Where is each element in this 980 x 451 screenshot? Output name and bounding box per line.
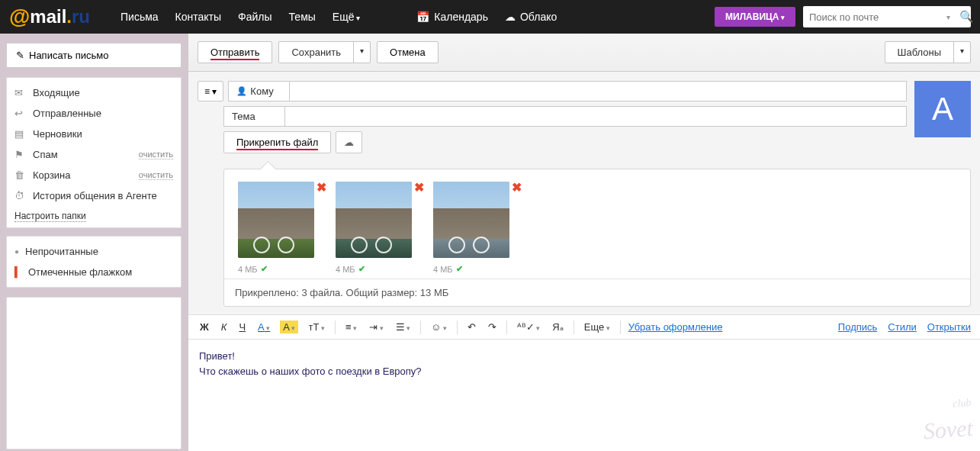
attachments-summary: Прикреплено: 3 файла. Общий размер: 13 М… xyxy=(224,279,970,306)
search-box: ▾ 🔍 xyxy=(803,6,971,27)
attachment-item: ✖ 4 МБ✔ xyxy=(433,182,509,274)
body-line: Привет! xyxy=(199,349,969,364)
editor-toolbar: Ж К Ч А А тТ ≡ ⇥ ☰ ☺ ↶ ↷ ᴬᴮ✓ Яₐ Еще Убра… xyxy=(188,314,980,340)
remove-attachment-icon[interactable]: ✖ xyxy=(316,180,326,195)
check-icon: ✔ xyxy=(358,264,365,274)
signature-link[interactable]: Подпись xyxy=(838,321,877,333)
person-icon: 👤 xyxy=(236,86,247,96)
nav-more[interactable]: Ещё xyxy=(333,11,360,23)
subject-label: Тема xyxy=(223,106,284,127)
text-color-button[interactable]: А xyxy=(255,320,272,334)
sent-icon: ↩ xyxy=(14,108,27,119)
attachment-size: 4 МБ xyxy=(433,265,453,274)
body-line: Что скажешь о наших фото с поездки в Евр… xyxy=(199,364,969,379)
spam-icon: ⚑ xyxy=(14,149,27,160)
subject-input[interactable] xyxy=(284,106,907,127)
indent-button[interactable]: ⇥ xyxy=(367,320,386,334)
attachment-size: 4 МБ xyxy=(238,265,258,274)
remove-formatting-link[interactable]: Убрать оформление xyxy=(628,321,723,333)
editor-body[interactable]: Привет! Что скажешь о наших фото с поезд… xyxy=(188,340,980,451)
folder-sent[interactable]: ↩Отправленные xyxy=(7,103,181,124)
to-label-button[interactable]: 👤Кому xyxy=(228,81,289,101)
filter-unread[interactable]: Непрочитанные xyxy=(7,241,181,262)
emoji-button[interactable]: ☺ xyxy=(429,320,449,334)
nav-contacts[interactable]: Контакты xyxy=(175,11,221,23)
cancel-button[interactable]: Отмена xyxy=(377,41,439,63)
attachment-item: ✖ 4 МБ✔ xyxy=(336,182,412,274)
attachment-thumbnail[interactable] xyxy=(238,182,314,258)
highlight-button[interactable]: А xyxy=(280,321,298,333)
nav-mail[interactable]: Письма xyxy=(120,11,159,23)
user-menu[interactable]: МИЛАВИЦА xyxy=(715,7,795,27)
nav-files[interactable]: Файлы xyxy=(238,11,272,23)
compose-button[interactable]: ✎Написать письмо xyxy=(6,43,182,68)
calendar-icon: 📅 xyxy=(416,11,429,23)
folder-inbox[interactable]: ✉Входящие xyxy=(7,82,181,103)
check-icon: ✔ xyxy=(456,264,463,274)
nav-calendar[interactable]: 📅Календарь xyxy=(416,11,488,23)
attachment-size: 4 МБ xyxy=(336,265,355,274)
search-icon[interactable]: 🔍 xyxy=(953,10,980,24)
undo-button[interactable]: ↶ xyxy=(465,320,478,334)
app-header: @mail.ru Письма Контакты Файлы Темы Ещё … xyxy=(0,0,980,34)
folder-trash[interactable]: 🗑Корзинаочистить xyxy=(7,165,181,185)
attachments-panel: ✖ 4 МБ✔ ✖ 4 МБ✔ ✖ 4 МБ✔ Прикреплено: 3 ф… xyxy=(223,169,971,307)
save-button[interactable]: Сохранить▾ xyxy=(278,41,371,63)
filter-flagged[interactable]: Отмеченные флажком xyxy=(7,262,181,282)
list-button[interactable]: ☰ xyxy=(394,320,413,334)
remove-attachment-icon[interactable]: ✖ xyxy=(414,180,424,195)
folder-drafts[interactable]: ▤Черновики xyxy=(7,124,181,144)
clear-trash[interactable]: очистить xyxy=(139,170,173,180)
spellcheck-button[interactable]: ᴬᴮ✓ xyxy=(515,320,543,334)
folder-list: ✉Входящие ↩Отправленные ▤Черновики ⚑Спам… xyxy=(6,77,182,228)
templates-button[interactable]: Шаблоны▾ xyxy=(885,41,972,63)
attachment-thumbnail[interactable] xyxy=(433,182,509,258)
filter-list: Непрочитанные Отмеченные флажком xyxy=(6,236,182,288)
font-size-button[interactable]: тТ xyxy=(306,320,326,334)
history-icon: ⏱ xyxy=(14,190,27,201)
nav-themes[interactable]: Темы xyxy=(289,11,316,23)
trash-icon: 🗑 xyxy=(14,169,27,181)
remove-attachment-icon[interactable]: ✖ xyxy=(512,180,522,195)
main-nav: Письма Контакты Файлы Темы Ещё 📅Календар… xyxy=(120,11,557,23)
postcards-link[interactable]: Открытки xyxy=(927,321,971,333)
check-icon: ✔ xyxy=(261,264,268,274)
cloud-icon: ☁ xyxy=(505,11,516,23)
sidebar: ✎Написать письмо ✉Входящие ↩Отправленные… xyxy=(0,34,188,451)
folder-settings-link[interactable]: Настроить папки xyxy=(7,206,181,223)
search-options[interactable]: ▾ xyxy=(943,13,953,21)
folder-agent-history[interactable]: ⏱История общения в Агенте xyxy=(7,185,181,206)
cloud-icon: ☁ xyxy=(344,137,354,148)
attach-cloud-button[interactable]: ☁ xyxy=(336,131,362,153)
compose-toolbar: Отправить Сохранить▾ Отмена Шаблоны▾ xyxy=(188,34,980,72)
save-caret[interactable]: ▾ xyxy=(354,42,370,63)
folder-spam[interactable]: ⚑Спамочистить xyxy=(7,144,181,165)
recipient-options[interactable]: ≡ ▾ xyxy=(198,81,223,101)
attach-file-button[interactable]: Прикрепить файл xyxy=(223,131,331,153)
attachment-item: ✖ 4 МБ✔ xyxy=(238,182,314,274)
align-button[interactable]: ≡ xyxy=(343,320,359,334)
editor-more-button[interactable]: Еще xyxy=(582,320,612,334)
clear-spam[interactable]: очистить xyxy=(139,150,173,159)
bold-button[interactable]: Ж xyxy=(198,320,211,334)
styles-link[interactable]: Стили xyxy=(888,321,916,333)
edit-icon: ✎ xyxy=(16,50,24,61)
nav-cloud[interactable]: ☁Облако xyxy=(505,11,557,23)
to-input[interactable] xyxy=(289,81,907,101)
drafts-icon: ▤ xyxy=(14,128,27,140)
attachment-thumbnail[interactable] xyxy=(336,182,412,258)
translate-button[interactable]: Яₐ xyxy=(550,320,565,334)
avatar: А xyxy=(914,81,971,137)
redo-button[interactable]: ↷ xyxy=(486,320,499,334)
underline-button[interactable]: Ч xyxy=(236,320,248,334)
logo[interactable]: @mail.ru xyxy=(9,5,90,29)
sidebar-widget xyxy=(6,297,182,449)
watermark: clubSovet xyxy=(921,395,974,448)
italic-button[interactable]: К xyxy=(219,320,230,334)
send-button[interactable]: Отправить xyxy=(198,41,272,63)
main-area: Отправить Сохранить▾ Отмена Шаблоны▾ ≡ ▾… xyxy=(188,34,980,451)
search-input[interactable] xyxy=(803,11,943,23)
inbox-icon: ✉ xyxy=(14,87,27,98)
